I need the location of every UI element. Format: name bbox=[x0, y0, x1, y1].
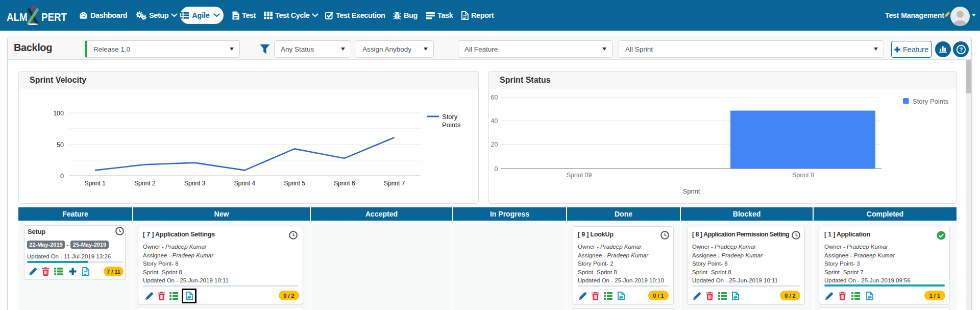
svg-text:20: 20 bbox=[491, 141, 498, 148]
svg-text:Sprint 5: Sprint 5 bbox=[284, 180, 305, 187]
svg-text:50: 50 bbox=[57, 141, 64, 149]
svg-text:Sprint 4: Sprint 4 bbox=[234, 180, 255, 187]
svg-text:60: 60 bbox=[491, 94, 498, 101]
svg-text:?: ? bbox=[959, 46, 963, 53]
svg-text:Points: Points bbox=[442, 121, 461, 129]
svg-text:Sprint 1: Sprint 1 bbox=[84, 180, 106, 187]
svg-text:0: 0 bbox=[495, 165, 498, 173]
svg-text:Sprint: Sprint bbox=[683, 187, 700, 195]
svg-text:100: 100 bbox=[53, 110, 64, 117]
svg-text:Sprint 7: Sprint 7 bbox=[384, 180, 405, 187]
svg-text:0: 0 bbox=[60, 173, 64, 180]
svg-text:Story: Story bbox=[442, 113, 458, 121]
svg-text:Sprint 8: Sprint 8 bbox=[792, 172, 814, 179]
svg-text:40: 40 bbox=[491, 117, 498, 125]
svg-text:Sprint 6: Sprint 6 bbox=[334, 180, 355, 187]
svg-text:Sprint 2: Sprint 2 bbox=[134, 180, 156, 187]
svg-text:Sprint 09: Sprint 09 bbox=[566, 172, 592, 179]
svg-text:Story Points: Story Points bbox=[913, 98, 949, 105]
svg-text:Sprint 3: Sprint 3 bbox=[184, 180, 206, 187]
